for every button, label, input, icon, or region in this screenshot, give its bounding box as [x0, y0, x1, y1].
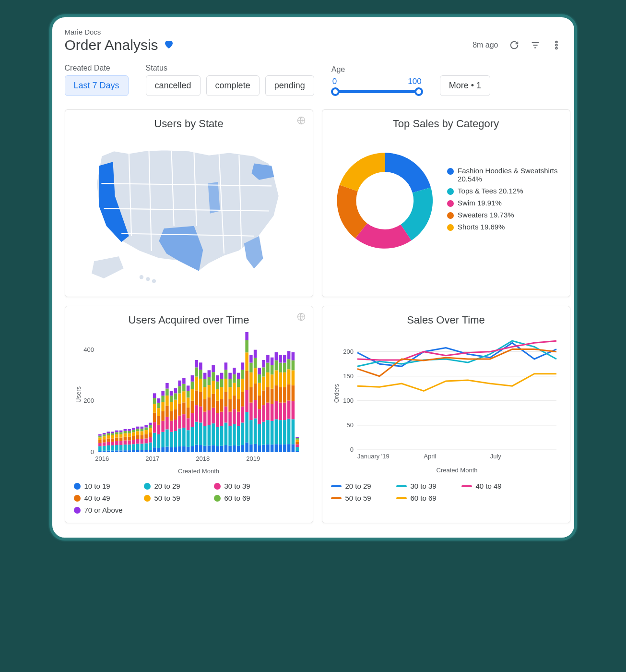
bar-segment[interactable] [199, 362, 202, 370]
bar-segment[interactable] [287, 384, 290, 401]
legend-item[interactable]: Sweaters 19.73% [447, 211, 561, 219]
bar-segment[interactable] [249, 355, 253, 362]
bar-segment[interactable] [174, 409, 177, 420]
bar-segment[interactable] [274, 352, 278, 360]
bar-segment[interactable] [245, 371, 248, 390]
bar-segment[interactable] [236, 379, 240, 387]
bar-segment[interactable] [216, 401, 219, 413]
bar-segment[interactable] [233, 374, 236, 383]
bar-segment[interactable] [291, 370, 295, 385]
bar-segment[interactable] [220, 412, 223, 426]
bar-segment[interactable] [132, 428, 135, 430]
bar-segment[interactable] [233, 424, 236, 445]
bar-segment[interactable] [119, 450, 122, 452]
bar-segment[interactable] [178, 416, 181, 429]
bar-segment[interactable] [207, 370, 211, 377]
legend-item[interactable]: 50 to 59 [144, 494, 201, 502]
bar-segment[interactable] [212, 381, 215, 394]
bar-segment[interactable] [233, 409, 236, 424]
bar-segment[interactable] [266, 363, 270, 372]
bar-segment[interactable] [178, 394, 181, 404]
bar-segment[interactable] [111, 432, 114, 433]
bar-segment[interactable] [228, 412, 232, 426]
bar-segment[interactable] [216, 389, 219, 401]
bar-segment[interactable] [186, 430, 189, 447]
bar-segment[interactable] [157, 408, 160, 416]
bar-segment[interactable] [186, 447, 189, 452]
bar-segment[interactable] [153, 398, 156, 404]
bar-segment[interactable] [157, 434, 160, 448]
bar-segment[interactable] [115, 432, 118, 434]
bar-segment[interactable] [279, 444, 282, 452]
bar-segment[interactable] [98, 440, 102, 443]
bar-segment[interactable] [236, 446, 240, 452]
range-thumb-max[interactable] [414, 87, 423, 96]
bar-segment[interactable] [295, 442, 299, 444]
bar-segment[interactable] [111, 442, 114, 445]
choropleth-usa[interactable] [74, 136, 304, 286]
bar-segment[interactable] [233, 445, 236, 452]
bar-segment[interactable] [258, 396, 261, 409]
bar-segment[interactable] [274, 444, 278, 452]
bar-segment[interactable] [266, 444, 270, 452]
bar-segment[interactable] [270, 444, 273, 452]
bar-segment[interactable] [106, 435, 110, 438]
bar-segment[interactable] [245, 332, 248, 340]
bar-segment[interactable] [144, 444, 148, 450]
bar-segment[interactable] [216, 382, 219, 389]
chip-more-filters[interactable]: More • 1 [440, 75, 490, 96]
bar-segment[interactable] [153, 393, 156, 398]
bar-segment[interactable] [228, 446, 232, 452]
bar-segment[interactable] [161, 411, 165, 420]
bar-segment[interactable] [195, 405, 198, 422]
legend-item[interactable]: 10 to 19 [74, 482, 131, 490]
bar-segment[interactable] [236, 387, 240, 399]
bar-segment[interactable] [241, 407, 244, 423]
favorite-icon[interactable] [163, 38, 175, 52]
bar-segment[interactable] [190, 375, 194, 382]
bar-segment[interactable] [115, 431, 118, 432]
bar-segment[interactable] [283, 403, 286, 420]
bar-segment[interactable] [165, 389, 169, 396]
bar-segment[interactable] [174, 431, 177, 447]
bar-segment[interactable] [144, 428, 148, 431]
bar-segment[interactable] [253, 400, 257, 418]
bar-segment[interactable] [212, 408, 215, 424]
bar-segment[interactable] [199, 422, 202, 445]
bar-segment[interactable] [291, 419, 295, 444]
bar-segment[interactable] [207, 445, 211, 452]
bar-segment[interactable] [98, 451, 102, 452]
bar-segment[interactable] [115, 434, 118, 438]
bar-segment[interactable] [165, 417, 169, 430]
bar-segment[interactable] [270, 365, 273, 374]
bar-segment[interactable] [241, 392, 244, 407]
bar-segment[interactable] [190, 413, 194, 427]
bar-segment[interactable] [245, 352, 248, 371]
bar-segment[interactable] [169, 421, 173, 432]
legend-item[interactable]: 40 to 49 [74, 494, 131, 502]
bar-segment[interactable] [283, 444, 286, 452]
bar-segment[interactable] [220, 446, 223, 452]
bar-segment[interactable] [106, 433, 110, 435]
filter-icon[interactable] [530, 40, 541, 50]
bar-segment[interactable] [149, 428, 152, 432]
bar-segment[interactable] [102, 446, 106, 451]
bar-segment[interactable] [287, 351, 290, 359]
bar-segment[interactable] [186, 391, 189, 397]
bar-segment[interactable] [111, 433, 114, 435]
bar-segment[interactable] [287, 401, 290, 419]
bar-segment[interactable] [253, 419, 257, 444]
bar-segment[interactable] [233, 368, 236, 374]
bar-segment[interactable] [274, 385, 278, 401]
bar-segment[interactable] [178, 381, 181, 386]
bar-segment[interactable] [207, 397, 211, 410]
bar-segment[interactable] [203, 399, 206, 411]
bar-segment[interactable] [262, 405, 265, 422]
bar-segment[interactable] [144, 425, 148, 427]
bar-segment[interactable] [279, 363, 282, 372]
bar-segment[interactable] [295, 447, 299, 451]
bar-segment[interactable] [241, 379, 244, 392]
bar-segment[interactable] [98, 437, 102, 440]
bar-segment[interactable] [224, 445, 227, 452]
bar-segment[interactable] [178, 386, 181, 394]
